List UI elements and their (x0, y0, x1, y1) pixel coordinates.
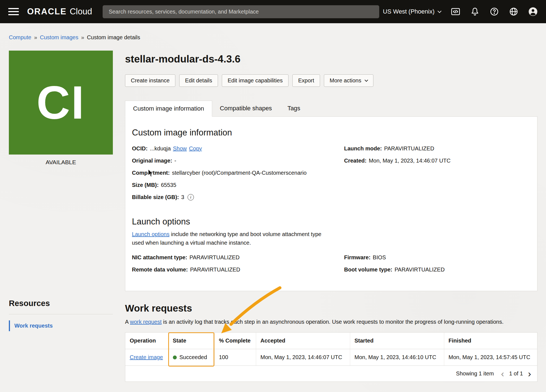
compartment-value: stellarcyber (root)/Compartment-QA-Custo… (172, 170, 307, 176)
table-row: Create image Succeeded 100 Mon, May 1, 2… (125, 349, 537, 366)
language-globe-icon[interactable] (509, 7, 518, 16)
custom-image-information-panel: Custom image information OCID: ...kduqja… (125, 116, 537, 291)
tab-tags[interactable]: Tags (280, 101, 308, 116)
percent-complete-cell: 100 (214, 349, 256, 366)
created-value: Mon, May 1, 2023, 14:46:07 UTC (369, 158, 451, 164)
next-page-icon[interactable]: › (528, 370, 531, 377)
finished-cell: Mon, May 1, 2023, 14:57:45 UTC (444, 349, 537, 366)
table-header-row: Operation State % Complete Accepted Star… (125, 333, 537, 349)
boot-volume-type-row: Boot volume type: PARAVIRTUALIZED (344, 266, 529, 273)
create-image-link[interactable]: Create image (130, 354, 163, 360)
billable-size-label: Billable size (GB): (132, 194, 179, 200)
tab-bar: Custom image information Compatible shap… (125, 101, 537, 116)
create-instance-label: Create instance (131, 77, 170, 84)
launch-options-link[interactable]: Launch options (132, 231, 170, 237)
pagination: ‹ 1 of 1 › (501, 370, 531, 377)
original-image-value: - (175, 158, 176, 164)
tile-initials: CI (37, 76, 85, 129)
notifications-bell-icon[interactable] (470, 7, 480, 16)
state-cell: Succeeded (168, 349, 214, 366)
ocid-row: OCID: ...kduqja Show Copy (132, 145, 339, 152)
sidebar-item-work-requests[interactable]: Work requests (9, 320, 113, 331)
work-requests-desc-prefix: A (125, 319, 130, 325)
column-header-percent-complete: % Complete (214, 333, 256, 349)
custom-image-tile: CI (9, 51, 113, 155)
main-content: CI AVAILABLE Resources Work requests ste… (0, 51, 546, 382)
right-column: stellar-modular-ds-4.3.6 Create instance… (125, 51, 537, 382)
work-requests-section: Work requests A work request is an activ… (125, 303, 537, 382)
logo-oracle-text: ORACLE (27, 7, 67, 17)
page-title: stellar-modular-ds-4.3.6 (125, 53, 537, 65)
size-label: Size (MB): (132, 182, 159, 188)
column-header-finished: Finished (444, 333, 537, 349)
edit-image-capabilities-label: Edit image capabilities (228, 77, 283, 84)
created-label: Created: (344, 158, 366, 164)
billable-size-row: Billable size (GB): 3 i (132, 194, 339, 200)
ocid-show-link[interactable]: Show (173, 145, 187, 152)
launch-mode-row: Launch mode: PARAVIRTUALIZED (344, 145, 529, 152)
column-header-started: Started (350, 333, 444, 349)
billable-size-value: 3 (181, 194, 184, 200)
column-header-accepted: Accepted (256, 333, 350, 349)
launch-options-left-column: NIC attachment type: PARAVIRTUALIZED Rem… (132, 254, 339, 279)
export-button[interactable]: Export (292, 74, 320, 87)
breadcrumb-compute[interactable]: Compute (9, 34, 31, 41)
page-indicator: 1 of 1 (509, 370, 523, 377)
state-value: Succeeded (180, 354, 207, 360)
launch-mode-value: PARAVIRTUALIZED (384, 145, 434, 152)
region-selector[interactable]: US West (Phoenix) (383, 8, 441, 15)
help-icon[interactable] (490, 7, 499, 16)
compartment-row: Compartment: stellarcyber (root)/Compart… (132, 170, 339, 176)
firmware-label: Firmware: (344, 254, 371, 261)
breadcrumb-custom-images[interactable]: Custom images (40, 34, 78, 41)
accepted-cell: Mon, May 1, 2023, 14:46:07 UTC (256, 349, 350, 366)
export-label: Export (298, 77, 314, 84)
launch-options-section: Launch options Launch options include th… (132, 217, 529, 279)
more-actions-label: More actions (330, 77, 362, 84)
firmware-row: Firmware: BIOS (344, 254, 529, 261)
previous-page-icon[interactable]: ‹ (501, 370, 504, 377)
search-input[interactable] (108, 8, 374, 15)
nic-attachment-row: NIC attachment type: PARAVIRTUALIZED (132, 254, 339, 261)
global-search (103, 5, 379, 18)
left-column: CI AVAILABLE Resources Work requests (9, 51, 113, 382)
info-heading: Custom image information (132, 128, 529, 138)
info-left-column: OCID: ...kduqja Show Copy Original image… (132, 145, 339, 206)
nic-attachment-label: NIC attachment type: (132, 254, 187, 261)
action-buttons: Create instance Edit details Edit image … (125, 74, 537, 87)
info-tooltip-icon[interactable]: i (188, 194, 194, 200)
tab-custom-image-information[interactable]: Custom image information (125, 101, 212, 117)
launch-mode-label: Launch mode: (344, 145, 382, 152)
user-avatar-icon[interactable] (528, 7, 538, 16)
column-header-state: State (168, 333, 214, 349)
size-row: Size (MB): 65535 (132, 182, 339, 188)
work-requests-description: A work request is an activity log that t… (125, 319, 537, 325)
edit-image-capabilities-button[interactable]: Edit image capabilities (222, 74, 288, 87)
breadcrumb-separator: » (81, 34, 84, 41)
resources-section: Resources Work requests (9, 299, 113, 331)
work-request-link[interactable]: work request (130, 319, 162, 325)
info-grid: OCID: ...kduqja Show Copy Original image… (132, 145, 529, 206)
launch-options-right-column: Firmware: BIOS Boot volume type: PARAVIR… (344, 254, 529, 279)
hamburger-menu-icon[interactable] (8, 7, 19, 16)
topbar: ORACLE Cloud US West (Phoenix) (0, 0, 546, 23)
edit-details-button[interactable]: Edit details (179, 74, 218, 87)
edit-details-label: Edit details (185, 77, 212, 84)
tab-compatible-shapes[interactable]: Compatible shapes (212, 101, 280, 116)
launch-options-description: Launch options include the networking ty… (132, 230, 327, 247)
logo-cloud-text: Cloud (70, 7, 92, 17)
create-instance-button[interactable]: Create instance (125, 74, 175, 87)
breadcrumb-current: Custom image details (87, 34, 140, 41)
ocid-copy-link[interactable]: Copy (189, 145, 202, 152)
original-image-label: Original image: (132, 158, 172, 164)
ocid-label: OCID: (132, 145, 148, 152)
created-row: Created: Mon, May 1, 2023, 14:46:07 UTC (344, 158, 529, 164)
column-header-operation: Operation (125, 333, 168, 349)
work-requests-desc-text: is an activity log that tracks each step… (162, 319, 503, 325)
more-actions-button[interactable]: More actions (324, 74, 374, 87)
dev-console-icon[interactable] (451, 7, 460, 16)
work-requests-table: Operation State % Complete Accepted Star… (125, 332, 537, 382)
launch-options-heading: Launch options (132, 217, 529, 227)
showing-items-text: Showing 1 item (456, 370, 494, 377)
chevron-down-icon (365, 78, 368, 82)
